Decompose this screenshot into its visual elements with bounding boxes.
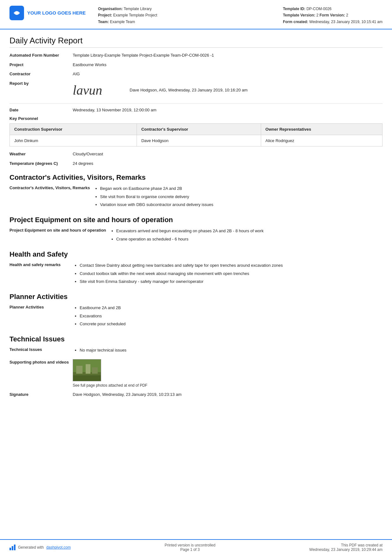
signature-row: Signature Dave Hodgson, Wednesday, 23 Ja…	[9, 391, 383, 398]
technical-issues-list: No major technical issues	[73, 346, 383, 354]
final-signature-value: Dave Hodgson, Wednesday, 23 January 2019…	[73, 391, 383, 398]
org-value: Template Library	[124, 7, 152, 11]
logo-icon	[9, 6, 24, 20]
bar-3	[14, 545, 15, 550]
photos-caption: See full page photos attached at end of …	[73, 383, 383, 388]
technical-issues-label: Technical Issues	[9, 346, 73, 353]
footer-pdf-date: Wednesday, 23 January 2019, 10:29:44 am	[309, 547, 383, 552]
key-personnel-label: Key Personnel	[9, 116, 383, 121]
equipment-label: Project Equipment on site and hours of o…	[9, 227, 109, 234]
technical-issues-section: Technical Issues No major technical issu…	[9, 346, 383, 354]
footer-generated-text: Generated with	[18, 545, 44, 550]
footer-link[interactable]: dashpivot.com	[46, 545, 70, 550]
col-owner-representatives: Owner Representatives	[261, 124, 382, 135]
photo-image	[73, 359, 101, 381]
signature-label: Signature	[9, 391, 73, 398]
list-item: Contact Steve Daintry about getting new …	[80, 262, 383, 269]
list-item: No major technical issues	[80, 346, 383, 354]
logo-area: YOUR LOGO GOES HERE	[9, 6, 92, 20]
list-item: Conduct toolbox talk within the next wee…	[80, 270, 383, 277]
project-value: Example Template Project	[113, 13, 157, 17]
planner-activities-title: Planner Activities	[9, 293, 383, 301]
footer-center: Printed version is uncontrolled Page 1 o…	[165, 543, 216, 552]
project-field-value: Eastbourne Works	[73, 62, 383, 68]
form-version-value: 2	[346, 13, 348, 17]
footer-uncontrolled: Printed version is uncontrolled	[165, 543, 216, 547]
col-contractors-supervisor: Contractor's Supervisor	[137, 124, 261, 135]
team-label: Team:	[98, 20, 109, 24]
date-row: Date Wednesday, 13 November 2019, 12:00:…	[9, 107, 383, 113]
date-label: Date	[9, 107, 73, 113]
svg-rect-6	[73, 375, 101, 381]
temperature-row: Temperature (degrees C) 24 degrees	[9, 160, 383, 167]
col-construction-supervisor: Construction Supervisor	[10, 124, 137, 135]
personnel-row: John Dinkum Dave Hodgson Alice Rodriguez	[10, 135, 383, 147]
logo-text: YOUR LOGO GOES HERE	[27, 10, 86, 16]
equipment-list: Excavators arrived and begun excavating …	[109, 227, 383, 243]
report-by-value: lavun Dave Hodgson, AIG, Wednesday, 23 J…	[73, 80, 383, 100]
form-number-value: Template Library-Example Template Projec…	[73, 52, 383, 59]
template-id-label: Template ID:	[283, 7, 305, 11]
report-title: Daily Activity Report	[9, 36, 383, 48]
template-version-label: Template Version:	[283, 13, 315, 17]
list-item: Crane operation as scheduled - 6 hours	[116, 235, 383, 243]
photos-value: See full page photos attached at end of …	[73, 359, 383, 388]
photos-row: Supporting photos and videos	[9, 359, 383, 388]
equipment-title: Project Equipment on site and hours of o…	[9, 216, 383, 224]
bar-1	[9, 548, 11, 550]
temperature-value: 24 degrees	[73, 160, 383, 167]
list-item: Site visit from Boral to organise concre…	[100, 193, 383, 200]
project-label: Project:	[98, 13, 112, 17]
svg-rect-3	[76, 366, 83, 374]
list-item: Variation issue with DBG subcontractor a…	[100, 201, 383, 208]
health-safety-list: Contact Steve Daintry about getting new …	[73, 262, 383, 286]
form-version-label: Form Version:	[320, 13, 345, 17]
report-by-text: Dave Hodgson, AIG, Wednesday, 23 January…	[130, 87, 248, 93]
temperature-label: Temperature (degrees C)	[9, 160, 73, 167]
list-item: Eastbourne 2A and 2B	[80, 304, 383, 311]
bar-2	[12, 546, 13, 550]
report-by-row: Report by lavun Dave Hodgson, AIG, Wedne…	[9, 80, 383, 100]
health-safety-label: Health and safety remarks	[9, 262, 73, 268]
form-number-row: Automated Form Number Template Library-E…	[9, 52, 383, 59]
personnel-row-col1: John Dinkum	[10, 135, 137, 147]
footer-page: Page 1 of 3	[165, 547, 216, 552]
weather-value: Cloudy/Overcast	[73, 151, 383, 157]
template-id-value: DP-COM-0026	[306, 7, 331, 11]
list-item: Site visit from Emma Sainsbury - safety …	[80, 278, 383, 285]
photos-label: Supporting photos and videos	[9, 359, 73, 365]
list-item: Excavations	[80, 312, 383, 320]
footer-right: This PDF was created at Wednesday, 23 Ja…	[309, 543, 383, 552]
signature-area: lavun Dave Hodgson, AIG, Wednesday, 23 J…	[73, 80, 383, 100]
photo-thumbnail	[73, 359, 101, 381]
planner-activities-label: Planner Activities	[9, 304, 73, 311]
report-by-label: Report by	[9, 80, 73, 87]
svg-point-0	[15, 11, 18, 15]
contractors-activities-title: Contractor's Activities, Visitors, Remar…	[9, 173, 383, 182]
weather-label: Weather	[9, 151, 73, 157]
contractor-value: AIG	[73, 71, 383, 77]
weather-row: Weather Cloudy/Overcast	[9, 151, 383, 157]
list-item: Concrete pour scheduled	[80, 320, 383, 327]
header-right: Template ID: DP-COM-0026 Template Versio…	[277, 6, 383, 25]
template-version-value: 2	[316, 13, 319, 17]
form-created-label: Form created:	[283, 20, 308, 24]
list-item: Began work on Eastbourne phase 2A and 2B	[100, 185, 383, 192]
contractors-activities-list: Began work on Eastbourne phase 2A and 2B…	[93, 185, 383, 209]
contractors-activities-section: Contractor's Activities, Visitors, Remar…	[9, 185, 383, 209]
date-value: Wednesday, 13 November 2019, 12:00:00 am	[73, 107, 383, 113]
personnel-table: Construction Supervisor Contractor's Sup…	[9, 123, 383, 147]
contractor-row: Contractor AIG	[9, 71, 383, 77]
technical-issues-title: Technical Issues	[9, 335, 383, 343]
signature-image: lavun	[73, 80, 123, 100]
project-row: Project Eastbourne Works	[9, 62, 383, 68]
equipment-section: Project Equipment on site and hours of o…	[9, 227, 383, 243]
form-number-label: Automated Form Number	[9, 52, 73, 59]
personnel-row-col3: Alice Rodriguez	[261, 135, 382, 147]
svg-rect-5	[92, 367, 98, 374]
list-item: Excavators arrived and begun excavating …	[116, 227, 383, 234]
org-label: Organisation:	[98, 7, 123, 11]
contractor-label: Contractor	[9, 71, 73, 77]
contractors-activities-label: Contractor's Activities, Visitors, Remar…	[9, 185, 93, 191]
personnel-row-col2: Dave Hodgson	[137, 135, 261, 147]
